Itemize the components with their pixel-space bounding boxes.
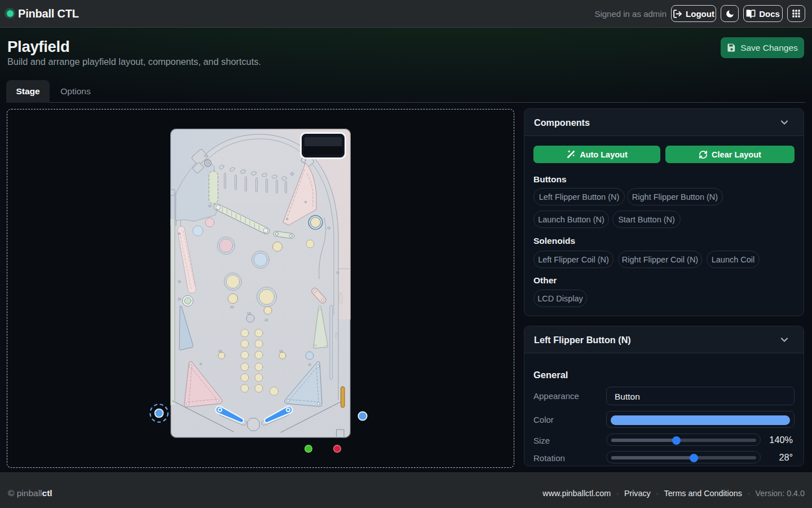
svg-text:13: 13 xyxy=(247,312,251,315)
svg-text:13: 13 xyxy=(218,349,222,353)
svg-text:13: 13 xyxy=(279,349,283,353)
svg-text:22: 22 xyxy=(230,305,234,309)
svg-text:22: 22 xyxy=(264,318,268,322)
